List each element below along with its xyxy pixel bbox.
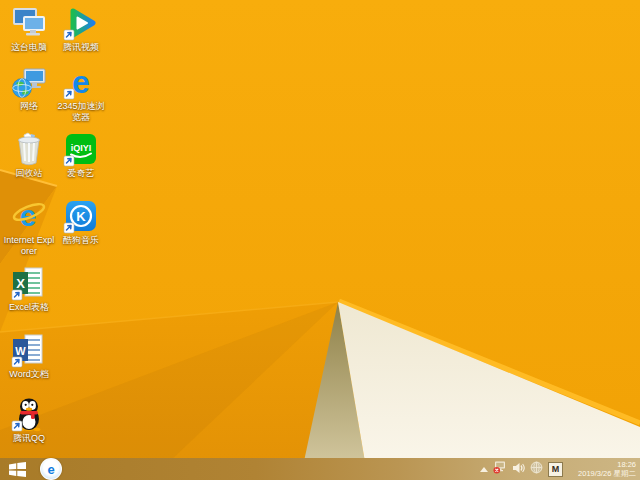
windows-logo-icon xyxy=(9,462,26,477)
clock-date: 2019/3/26 星期二 xyxy=(572,469,636,478)
tray-globe[interactable] xyxy=(530,460,543,478)
tray-network-status[interactable] xyxy=(493,460,507,478)
start-button[interactable] xyxy=(0,458,34,480)
taskbar-clock[interactable]: 18:26 2019/3/26 星期二 xyxy=(568,460,636,478)
recycle-bin-icon xyxy=(11,131,47,167)
shortcut-arrow-badge xyxy=(64,30,74,40)
desktop-icon-kugou[interactable]: K 酷狗音乐 xyxy=(55,198,107,246)
svg-text:iQIYI: iQIYI xyxy=(71,143,92,153)
icon-label: 腾讯视频 xyxy=(63,42,99,53)
taskbar-browser-icon[interactable]: e xyxy=(40,458,62,480)
icon-label: 爱奇艺 xyxy=(68,168,95,179)
icon-label: Internet Explorer xyxy=(3,235,55,257)
icon-label: 酷狗音乐 xyxy=(63,235,99,246)
chevron-up-icon xyxy=(480,467,488,472)
icon-label: 网络 xyxy=(20,101,38,112)
word-icon: W xyxy=(11,332,47,368)
clock-time: 18:26 xyxy=(572,460,636,469)
svg-text:K: K xyxy=(76,209,86,224)
desktop-icon-2345-browser[interactable]: e 2345加速浏览器 xyxy=(55,64,107,123)
kugou-icon: K xyxy=(63,198,99,234)
tray-volume[interactable] xyxy=(512,460,525,478)
desktop-icon-word[interactable]: W Word文档 xyxy=(3,332,55,380)
system-tray: M 18:26 2019/3/26 星期二 xyxy=(480,458,640,480)
network-disconnected-icon xyxy=(493,460,507,474)
desktop-icon-internet-explorer[interactable]: e Internet Explorer xyxy=(3,198,55,257)
shortcut-arrow-badge xyxy=(12,357,22,367)
icon-label: 腾讯QQ xyxy=(13,433,45,444)
iqiyi-icon: iQIYI xyxy=(63,131,99,167)
show-hidden-icons-chevron[interactable] xyxy=(480,467,488,472)
2345-browser-icon: e xyxy=(63,64,99,100)
svg-text:X: X xyxy=(16,276,25,291)
desktop-icon-this-pc[interactable]: 这台电脑 xyxy=(3,5,55,53)
desktop-icon-iqiyi[interactable]: iQIYI 爱奇艺 xyxy=(55,131,107,179)
icon-label: 2345加速浏览器 xyxy=(55,101,107,123)
qq-icon xyxy=(11,396,47,432)
desktop-icon-recycle-bin[interactable]: 回收站 xyxy=(3,131,55,179)
globe-icon xyxy=(530,461,543,474)
excel-icon: X xyxy=(11,265,47,301)
this-pc-icon xyxy=(11,5,47,41)
desktop-icon-excel[interactable]: X Excel表格 xyxy=(3,265,55,313)
svg-text:W: W xyxy=(15,345,26,357)
shortcut-arrow-badge xyxy=(64,89,74,99)
internet-explorer-icon: e xyxy=(11,198,47,234)
icon-label: Word文档 xyxy=(9,369,48,380)
desktop-icon-tencent-video[interactable]: 腾讯视频 xyxy=(55,5,107,53)
desktop-icon-network[interactable]: 网络 xyxy=(3,64,55,112)
icon-label: Excel表格 xyxy=(9,302,49,313)
shortcut-arrow-badge xyxy=(12,290,22,300)
desktop-icon-qq[interactable]: 腾讯QQ xyxy=(3,396,55,444)
shortcut-arrow-badge xyxy=(12,421,22,431)
taskbar: e xyxy=(0,458,640,480)
icon-label: 回收站 xyxy=(16,168,43,179)
input-method-indicator[interactable]: M xyxy=(548,462,563,477)
speaker-icon xyxy=(512,462,525,474)
icon-label: 这台电脑 xyxy=(11,42,47,53)
tencent-video-icon xyxy=(63,5,99,41)
shortcut-arrow-badge xyxy=(64,223,74,233)
shortcut-arrow-badge xyxy=(64,156,74,166)
network-icon xyxy=(11,64,47,100)
svg-text:e: e xyxy=(72,64,90,100)
